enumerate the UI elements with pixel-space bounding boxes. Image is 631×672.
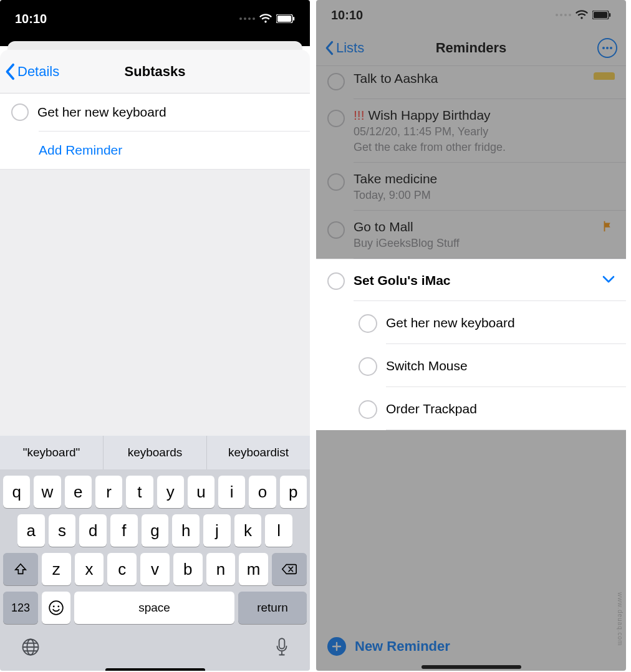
- subtask-row[interactable]: Get her new keyboard: [0, 94, 310, 131]
- suggestion-2[interactable]: keyboards: [104, 436, 207, 469]
- subtask-row[interactable]: Get her new keyboard: [316, 301, 626, 344]
- key-w[interactable]: w: [34, 476, 60, 508]
- add-reminder-button[interactable]: Add Reminder: [0, 132, 310, 169]
- key-e[interactable]: e: [65, 476, 92, 508]
- page-title: Reminders: [316, 40, 626, 56]
- expanded-header-row[interactable]: Set Golu's iMac: [316, 259, 626, 301]
- home-indicator[interactable]: [421, 665, 521, 669]
- reminder-checkbox[interactable]: [327, 221, 345, 239]
- subtask-checkbox[interactable]: [359, 314, 377, 333]
- key-k[interactable]: k: [234, 514, 262, 547]
- emoji-icon: [48, 600, 64, 616]
- backspace-icon: [281, 563, 297, 575]
- space-key[interactable]: space: [74, 592, 234, 624]
- dictation-key[interactable]: [275, 638, 289, 661]
- reminder-row[interactable]: Go to Mall Buy iGeeksBlog Stuff: [316, 211, 626, 259]
- home-indicator[interactable]: [105, 668, 205, 671]
- mic-icon: [275, 638, 289, 656]
- key-r[interactable]: r: [95, 476, 122, 508]
- keyboard-bottom-row: [0, 629, 310, 662]
- key-q[interactable]: q: [3, 476, 30, 508]
- key-x[interactable]: x: [75, 553, 104, 585]
- svg-rect-8: [279, 638, 285, 648]
- subtask-checkbox[interactable]: [11, 103, 29, 121]
- key-row-4: 123 space return: [0, 585, 310, 629]
- key-p[interactable]: p: [280, 476, 307, 508]
- key-u[interactable]: u: [188, 476, 214, 508]
- status-indicators: [556, 10, 611, 20]
- suggestion-bar: "keyboard" keyboards keyboardist: [0, 436, 310, 469]
- key-v[interactable]: v: [140, 553, 170, 585]
- status-bar: 10:10: [0, 0, 310, 37]
- nav-bar: Lists Reminders: [316, 30, 626, 66]
- reminder-checkbox[interactable]: [327, 110, 345, 127]
- key-g[interactable]: g: [142, 514, 169, 547]
- reminder-row[interactable]: Talk to Aashka: [316, 66, 626, 99]
- suggestion-1[interactable]: "keyboard": [0, 436, 104, 469]
- svg-point-12: [602, 47, 605, 49]
- svg-point-5: [57, 605, 59, 607]
- key-h[interactable]: h: [172, 514, 200, 547]
- expanded-title: Set Golu's iMac: [354, 273, 594, 288]
- subtask-row[interactable]: Switch Mouse: [316, 344, 626, 387]
- chevron-down-icon[interactable]: [602, 275, 615, 286]
- new-reminder-label: New Reminder: [355, 638, 450, 655]
- key-j[interactable]: j: [203, 514, 231, 547]
- more-button[interactable]: [597, 38, 617, 58]
- subtask-checkbox[interactable]: [359, 400, 377, 419]
- subtasks-list: Get her new keyboard Add Reminder: [0, 94, 310, 170]
- key-n[interactable]: n: [206, 553, 236, 585]
- key-d[interactable]: d: [79, 514, 107, 547]
- subtask-label: Switch Mouse: [386, 358, 468, 373]
- return-key[interactable]: return: [238, 592, 307, 624]
- new-reminder-button[interactable]: New Reminder: [316, 628, 626, 661]
- ellipsis-icon: [602, 46, 613, 50]
- reminder-checkbox[interactable]: [327, 73, 345, 90]
- key-m[interactable]: m: [239, 553, 268, 585]
- svg-rect-10: [594, 12, 607, 18]
- key-row-2: a s d f g h j k l: [0, 508, 310, 547]
- key-i[interactable]: i: [218, 476, 245, 508]
- key-a[interactable]: a: [17, 514, 45, 547]
- reminder-title: !!!Wish Happy Birthday: [354, 108, 615, 123]
- key-c[interactable]: c: [107, 553, 137, 585]
- key-s[interactable]: s: [49, 514, 76, 547]
- key-t[interactable]: t: [126, 476, 153, 508]
- numeric-key[interactable]: 123: [3, 592, 38, 624]
- sheet-background-peek: [0, 37, 310, 46]
- suggestion-3[interactable]: keyboardist: [207, 436, 310, 469]
- key-y[interactable]: y: [157, 476, 184, 508]
- key-o[interactable]: o: [249, 476, 276, 508]
- reminder-checkbox[interactable]: [327, 272, 345, 290]
- priority-marker: !!!: [354, 108, 365, 122]
- folder-icon: [594, 72, 615, 80]
- svg-point-3: [49, 601, 63, 615]
- reminder-row[interactable]: Take medicine Today, 9:00 PM: [316, 163, 626, 211]
- key-row-1: q w e r t y u i o p: [0, 469, 310, 508]
- plus-circle-icon: [327, 637, 346, 656]
- subtask-checkbox[interactable]: [359, 357, 377, 376]
- emoji-key[interactable]: [42, 592, 70, 624]
- key-z[interactable]: z: [42, 553, 71, 585]
- backspace-key[interactable]: [272, 553, 307, 585]
- battery-icon: [592, 11, 611, 19]
- svg-point-14: [610, 47, 612, 49]
- expanded-reminder: Set Golu's iMac Get her new keyboard Swi…: [316, 259, 626, 430]
- nav-bar: Details Subtasks: [0, 50, 310, 94]
- watermark: www.deuaq.com: [617, 592, 624, 646]
- cellular-dots-icon: [556, 14, 571, 16]
- svg-point-4: [53, 605, 55, 607]
- shift-key[interactable]: [3, 553, 38, 585]
- ios-keyboard: "keyboard" keyboards keyboardist q w e r…: [0, 436, 310, 671]
- left-phone-subtasks: 10:10 Details Subtasks Get her new keybo…: [0, 0, 310, 671]
- reminders-list: Talk to Aashka !!!Wish Happy Birthday 05…: [316, 66, 626, 671]
- key-f[interactable]: f: [110, 514, 138, 547]
- key-l[interactable]: l: [265, 514, 292, 547]
- reminder-row[interactable]: !!!Wish Happy Birthday 05/12/20, 11:45 P…: [316, 99, 626, 163]
- reminder-title: Go to Mall: [354, 219, 615, 234]
- subtask-text[interactable]: Get her new keyboard: [37, 105, 166, 120]
- key-b[interactable]: b: [173, 553, 203, 585]
- subtask-row[interactable]: Order Trackpad: [316, 387, 626, 430]
- reminder-checkbox[interactable]: [327, 173, 345, 191]
- globe-key[interactable]: [21, 638, 40, 661]
